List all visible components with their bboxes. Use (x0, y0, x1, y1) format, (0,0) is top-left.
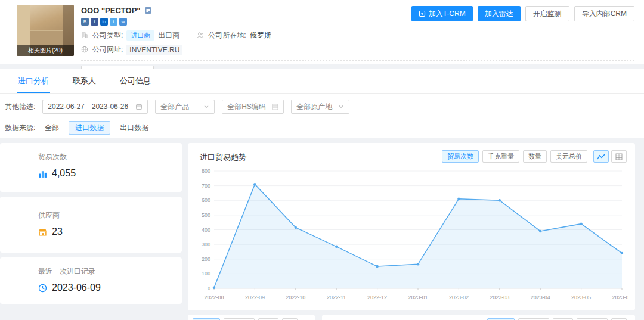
page: 相关图片(20) OOO "PECTOP" B f in t w 公司类型: (0, 0, 644, 320)
partial-card-right (322, 315, 635, 320)
tab-bar: 进口分析 联系人 公司信息 (0, 69, 644, 94)
svg-text:600: 600 (202, 197, 210, 203)
tab-contacts[interactable]: 联系人 (72, 69, 97, 93)
add-tcrm-button[interactable]: 加入T-CRM (411, 6, 473, 21)
import-internal-crm-label: 导入内部CRM (582, 9, 627, 19)
location-value: 俄罗斯 (250, 30, 271, 41)
svg-text:2023-01: 2023-01 (408, 294, 428, 300)
clock-icon (38, 284, 47, 293)
company-type-label: 公司类型: (92, 30, 123, 41)
table-view-icon[interactable] (611, 150, 627, 163)
linkedin-icon[interactable]: in (100, 18, 108, 26)
tcrm-icon (419, 10, 426, 17)
chevron-down-icon (203, 104, 209, 110)
svg-text:2023-05: 2023-05 (571, 294, 591, 300)
chart-view-toggle-group (593, 150, 627, 163)
company-type-exporter[interactable]: 出口商 (158, 30, 179, 41)
metric-toggle-usd-total[interactable]: 美元总价 (550, 150, 587, 163)
company-report-icon[interactable] (144, 7, 152, 14)
data-source-row: 数据来源: 全部 进口数据 出口数据 (5, 121, 644, 135)
svg-text:500: 500 (202, 212, 210, 218)
suppliers-value: 23 (52, 226, 63, 237)
website-value[interactable]: INVENTIVE.RU (126, 45, 182, 55)
date-start: 2022-06-27 (48, 102, 84, 111)
svg-text:700: 700 (202, 183, 210, 189)
source-option-all[interactable]: 全部 (45, 123, 59, 133)
latest-import-value: 2023-06-09 (52, 282, 101, 293)
facebook-icon[interactable]: f (91, 18, 98, 26)
header-actions: 加入T-CRM 加入雷达 开启监测 导入内部CRM (411, 6, 634, 21)
tab-company-info[interactable]: 公司信息 (119, 69, 152, 93)
import-trend-card: 进口贸易趋势 贸易次数 千克重量 数量 美元总价 (188, 143, 635, 310)
stat-card-trade-count: 贸易次数 4,055 (0, 143, 182, 192)
building-icon (81, 32, 89, 39)
twitter-icon[interactable]: t (110, 18, 117, 26)
svg-text:2023-02: 2023-02 (449, 294, 469, 300)
company-type-importer-tag[interactable]: 进口商 (126, 30, 154, 41)
trend-chart-svg: 01002003004005006007008002022-082022-092… (193, 165, 628, 304)
svg-text:400: 400 (202, 227, 210, 233)
calendar-icon (135, 103, 143, 110)
company-header: 相关图片(20) OOO "PECTOP" B f in t w 公司类型: (0, 0, 644, 64)
svg-text:2022-09: 2022-09 (245, 294, 265, 300)
website-social-icon[interactable]: w (119, 18, 127, 26)
product-filter-select[interactable]: 全部产品 (155, 100, 215, 114)
website-label: 公司网址: (92, 45, 123, 55)
svg-text:2023-03: 2023-03 (490, 294, 509, 300)
svg-text:100: 100 (202, 271, 210, 276)
metric-toggle-trade-count[interactable]: 贸易次数 (442, 150, 479, 163)
company-name: OOO "PECTOP" (81, 6, 141, 15)
trade-count-label: 贸易次数 (38, 152, 172, 162)
factory-icon (38, 228, 47, 237)
add-radar-button[interactable]: 加入雷达 (478, 6, 521, 21)
start-monitoring-button[interactable]: 开启监测 (525, 6, 569, 21)
company-photo[interactable]: 相关图片(20) (17, 5, 74, 56)
vk-icon[interactable]: B (81, 18, 89, 26)
svg-text:2022-12: 2022-12 (367, 294, 387, 300)
svg-text:2023-06: 2023-06 (612, 294, 628, 300)
source-option-import[interactable]: 进口数据 (69, 121, 110, 135)
metric-toggle-quantity[interactable]: 数量 (523, 150, 547, 163)
svg-text:300: 300 (202, 241, 210, 247)
hs-grid-icon (272, 104, 278, 110)
bar-chart-icon (38, 169, 47, 178)
chart-controls: 贸易次数 千克重量 数量 美元总价 (442, 150, 627, 163)
divider (188, 32, 188, 39)
hs-code-filter-select[interactable]: 全部HS编码 (222, 100, 284, 114)
divider (81, 60, 634, 61)
add-radar-label: 加入雷达 (485, 9, 513, 19)
line-chart-view-icon[interactable] (593, 150, 609, 163)
suppliers-label: 供应商 (38, 210, 172, 220)
add-tcrm-label: 加入T-CRM (429, 9, 466, 19)
people-icon (197, 32, 205, 39)
stat-card-suppliers: 供应商 23 (0, 197, 182, 253)
location-label: 公司所在地: (208, 30, 246, 41)
metric-toggle-group: 贸易次数 千克重量 数量 美元总价 (442, 150, 587, 163)
origin-filter-value: 全部原产地 (296, 102, 332, 112)
date-range-picker[interactable]: 2022-06-27 2023-06-26 (42, 100, 148, 114)
import-internal-crm-button[interactable]: 导入内部CRM (574, 6, 634, 21)
origin-filter-select[interactable]: 全部原产地 (291, 100, 349, 114)
analysis-section-header: 进口分析 联系人 公司信息 其他筛选: 2022-06-27 2023-06-2… (0, 69, 644, 138)
date-end: 2023-06-26 (92, 102, 128, 111)
source-option-export[interactable]: 出口数据 (120, 123, 148, 133)
metric-toggle-kg-weight[interactable]: 千克重量 (482, 150, 519, 163)
stat-card-latest-import: 最近一次进口记录 2023-06-09 (0, 257, 182, 304)
data-source-label: 数据来源: (5, 123, 35, 133)
svg-text:800: 800 (202, 168, 210, 174)
chart-title: 进口贸易趋势 (200, 150, 246, 163)
svg-text:200: 200 (202, 256, 210, 262)
tab-import-analysis[interactable]: 进口分析 (17, 69, 50, 93)
latest-import-label: 最近一次进口记录 (38, 266, 172, 276)
filter-row: 其他筛选: 2022-06-27 2023-06-26 全部产品 全部HS编码 (5, 100, 644, 114)
related-images-label[interactable]: 相关图片(20) (17, 45, 74, 56)
globe-icon (81, 46, 89, 54)
trade-count-value: 4,055 (52, 168, 76, 179)
svg-text:2022-08: 2022-08 (204, 294, 224, 300)
partial-card-left (188, 315, 315, 320)
product-filter-value: 全部产品 (160, 102, 189, 112)
hs-code-filter-value: 全部HS编码 (227, 102, 266, 112)
content-area: 贸易次数 4,055 供应商 23 (0, 138, 644, 320)
svg-text:2022-10: 2022-10 (286, 294, 305, 300)
other-filters-label: 其他筛选: (5, 102, 35, 112)
